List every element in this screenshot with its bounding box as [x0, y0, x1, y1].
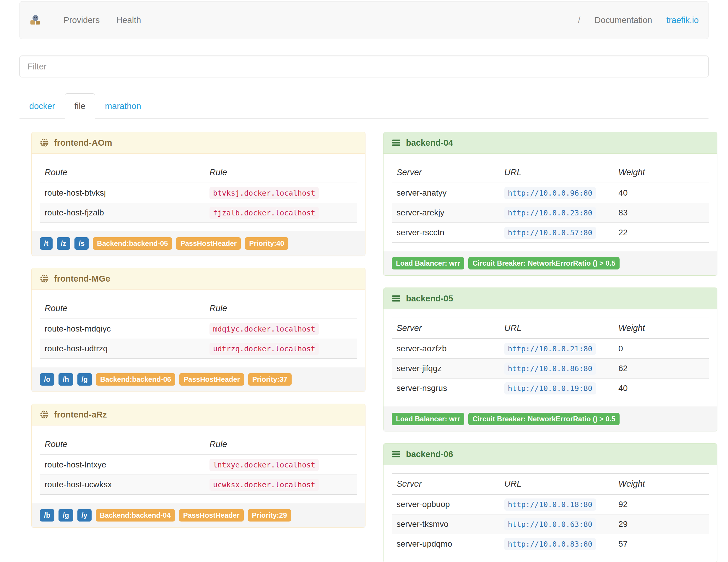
load-balancer-badge: Load Balancer: wrr — [392, 413, 464, 425]
backend-panel-footer: Load Balancer: wrr Circuit Breaker: Netw… — [383, 251, 717, 275]
server-name: server-anatyy — [392, 183, 500, 203]
server-weight: 57 — [614, 534, 709, 554]
column-header-rule: Rule — [205, 298, 357, 319]
frontend-panel-body: Route Rule route-host-mdqiyc mdqiyc.dock… — [32, 290, 365, 367]
frontend-panel-footer: /o /h /g Backend:backend-06 PassHostHead… — [32, 367, 365, 392]
routes-table: Route Rule route-host-btvksj btvksj.dock… — [40, 162, 357, 223]
servers-table: Server URL Weight server-opbuop http://1… — [392, 473, 709, 554]
backend-panel-footer: Load Balancer: wrr Circuit Breaker: Netw… — [383, 407, 717, 431]
server-weight: 22 — [614, 223, 709, 243]
frontend-panel-body: Route Rule route-host-lntxye lntxye.dock… — [32, 425, 365, 503]
backend-panel-heading: backend-06 — [383, 444, 717, 465]
route-row: route-host-btvksj btvksj.docker.localhos… — [40, 183, 357, 203]
server-url: http://10.0.0.21:80 — [504, 343, 596, 355]
entrypoint-badge: /z — [57, 237, 71, 250]
server-row: server-tksmvo http://10.0.0.63:80 29 — [392, 514, 709, 534]
backend-panel-05: backend-05 Server URL Weight server-aozf… — [383, 288, 717, 431]
column-header-rule: Rule — [205, 162, 357, 183]
entrypoint-badge: /s — [74, 237, 89, 250]
column-header-server: Server — [392, 318, 500, 339]
server-weight: 62 — [614, 359, 709, 379]
entrypoint-badge: /t — [40, 237, 53, 250]
column-header-server: Server — [392, 162, 500, 183]
route-rule: lntxye.docker.localhost — [209, 459, 319, 471]
frontend-panel-body: Route Rule route-host-btvksj btvksj.dock… — [32, 154, 365, 231]
backend-title: backend-05 — [406, 294, 453, 303]
frontend-panel-heading: frontend-aRz — [32, 404, 365, 425]
entrypoint-badge: /o — [40, 373, 54, 386]
server-name: server-nsgrus — [392, 379, 500, 398]
server-weight: 0 — [614, 339, 709, 359]
server-url: http://10.0.0.63:80 — [504, 518, 596, 530]
entrypoint-badge: /y — [77, 509, 92, 522]
tab-file[interactable]: file — [65, 93, 95, 119]
nav-traefik-site[interactable]: traefik.io — [666, 15, 699, 25]
backend-panel-heading: backend-04 — [383, 132, 717, 154]
backend-panel-06: backend-06 Server URL Weight server-opbu… — [383, 443, 717, 562]
route-name: route-host-btvksj — [40, 183, 205, 203]
server-name: server-aozfzb — [392, 339, 500, 359]
frontend-panel-AOm: frontend-AOm Route Rule route-host-btvks… — [31, 132, 365, 256]
server-name: server-updqmo — [392, 534, 500, 554]
frontend-title: frontend-MGe — [54, 274, 110, 283]
route-rule: fjzalb.docker.localhost — [209, 207, 319, 219]
route-row: route-host-ucwksx ucwksx.docker.localhos… — [40, 475, 357, 495]
server-row: server-arekjy http://10.0.0.23:80 83 — [392, 203, 709, 223]
server-url: http://10.0.0.18:80 — [504, 498, 596, 511]
backend-panel-heading: backend-05 — [383, 288, 717, 309]
traefik-logo[interactable] — [29, 14, 42, 26]
server-list-icon — [392, 294, 401, 303]
tab-marathon[interactable]: marathon — [95, 93, 151, 119]
server-url: http://10.0.0.19:80 — [504, 382, 596, 394]
frontend-panel-footer: /b /g /y Backend:backend-04 PassHostHead… — [32, 503, 365, 527]
navbar-right: / Documentation traefik.io — [578, 15, 699, 25]
column-header-route: Route — [40, 298, 205, 319]
nav-documentation[interactable]: Documentation — [594, 15, 652, 25]
server-url: http://10.0.0.86:80 — [504, 363, 596, 375]
server-url: http://10.0.0.83:80 — [504, 538, 596, 550]
frontend-panel-heading: frontend-MGe — [32, 268, 365, 290]
backend-title: backend-06 — [406, 449, 453, 459]
globe-icon — [40, 410, 49, 419]
traefik-logo-icon — [29, 14, 42, 26]
filter-input[interactable] — [19, 56, 709, 77]
tab-docker[interactable]: docker — [19, 93, 65, 119]
navbar: Providers Health / Documentation traefik… — [19, 1, 709, 39]
route-name: route-host-lntxye — [40, 455, 205, 475]
servers-table: Server URL Weight server-anatyy http://1… — [392, 162, 709, 243]
server-name: server-tksmvo — [392, 514, 500, 534]
route-row: route-host-lntxye lntxye.docker.localhos… — [40, 455, 357, 475]
circuit-breaker-badge: Circuit Breaker: NetworkErrorRatio () > … — [468, 257, 619, 269]
backend-panel-04: backend-04 Server URL Weight server-anat… — [383, 132, 717, 276]
nav-separator: / — [578, 15, 580, 25]
entrypoint-badge: /b — [40, 509, 54, 522]
server-url: http://10.0.0.23:80 — [504, 207, 596, 219]
column-header-weight: Weight — [614, 474, 709, 495]
server-weight: 92 — [614, 494, 709, 514]
frontend-panel-MGe: frontend-MGe Route Rule route-host-mdqiy… — [31, 268, 365, 392]
nav-health[interactable]: Health — [108, 15, 149, 25]
frontend-title: frontend-AOm — [54, 138, 112, 147]
server-weight: 40 — [614, 379, 709, 398]
backend-ref-badge: Backend:backend-05 — [93, 237, 172, 250]
column-header-server: Server — [392, 474, 500, 495]
route-name: route-host-udtrzq — [40, 339, 205, 359]
servers-table: Server URL Weight server-aozfzb http://1… — [392, 318, 709, 398]
entrypoint-badge: /g — [59, 509, 73, 522]
server-row: server-aozfzb http://10.0.0.21:80 0 — [392, 339, 709, 359]
backend-ref-badge: Backend:backend-04 — [96, 509, 175, 522]
passhostheader-badge: PassHostHeader — [179, 373, 244, 386]
frontend-title: frontend-aRz — [54, 410, 107, 419]
load-balancer-badge: Load Balancer: wrr — [392, 257, 464, 269]
route-name: route-host-mdqiyc — [40, 319, 205, 339]
server-weight: 29 — [614, 514, 709, 534]
passhostheader-badge: PassHostHeader — [179, 509, 244, 522]
server-name: server-opbuop — [392, 494, 500, 514]
route-row: route-host-mdqiyc mdqiyc.docker.localhos… — [40, 319, 357, 339]
circuit-breaker-badge: Circuit Breaker: NetworkErrorRatio () > … — [468, 413, 619, 425]
server-row: server-opbuop http://10.0.0.18:80 92 — [392, 494, 709, 514]
frontend-panel-aRz: frontend-aRz Route Rule route-host-lntxy… — [31, 404, 365, 528]
backends-column: backend-04 Server URL Weight server-anat… — [383, 132, 717, 562]
nav-providers[interactable]: Providers — [55, 15, 108, 25]
backend-panel-body: Server URL Weight server-anatyy http://1… — [383, 154, 717, 251]
